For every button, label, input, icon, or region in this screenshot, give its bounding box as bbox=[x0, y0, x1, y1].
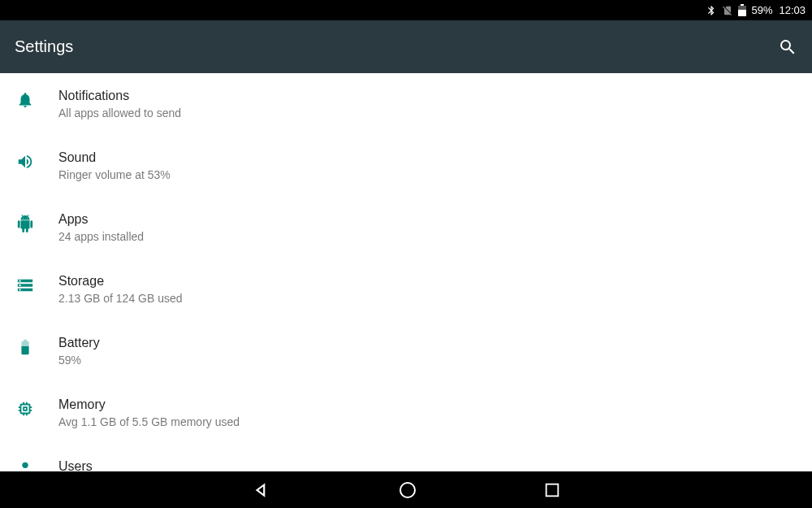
item-subtitle: Ringer volume at 53% bbox=[58, 167, 799, 183]
item-title: Apps bbox=[58, 211, 799, 228]
item-subtitle: Avg 1.1 GB of 5.5 GB memory used bbox=[58, 414, 799, 430]
svg-rect-2 bbox=[738, 10, 746, 16]
svg-point-4 bbox=[400, 483, 415, 497]
search-button[interactable] bbox=[778, 37, 797, 57]
settings-item-notifications[interactable]: Notifications All apps allowed to send bbox=[0, 73, 812, 135]
item-title: Memory bbox=[58, 396, 799, 414]
home-icon bbox=[398, 480, 417, 500]
settings-list[interactable]: Notifications All apps allowed to send S… bbox=[0, 73, 812, 471]
no-sim-icon bbox=[722, 5, 733, 16]
settings-item-sound[interactable]: Sound Ringer volume at 53% bbox=[0, 135, 812, 197]
battery-icon bbox=[738, 4, 746, 16]
settings-item-battery[interactable]: Battery 59% bbox=[0, 320, 812, 382]
item-title: Storage bbox=[58, 272, 799, 290]
item-subtitle: 24 apps installed bbox=[58, 228, 799, 245]
settings-item-users[interactable]: Users bbox=[0, 444, 812, 471]
svg-rect-0 bbox=[741, 4, 744, 6]
search-icon bbox=[778, 37, 797, 57]
back-icon bbox=[251, 480, 272, 501]
svg-point-3 bbox=[22, 462, 28, 468]
user-icon bbox=[15, 458, 58, 471]
volume-icon bbox=[15, 149, 58, 171]
item-title: Battery bbox=[58, 334, 799, 352]
settings-item-apps[interactable]: Apps 24 apps installed bbox=[0, 197, 812, 258]
item-title: Notifications bbox=[58, 87, 799, 105]
bluetooth-icon bbox=[706, 5, 717, 16]
settings-item-memory[interactable]: Memory Avg 1.1 GB of 5.5 GB memory used bbox=[0, 382, 812, 444]
nav-home-button[interactable] bbox=[398, 480, 417, 500]
navigation-bar bbox=[0, 471, 812, 508]
svg-rect-5 bbox=[546, 484, 559, 496]
bell-icon bbox=[15, 87, 58, 109]
item-title: Users bbox=[58, 458, 799, 471]
settings-item-storage[interactable]: Storage 2.13 GB of 124 GB used bbox=[0, 258, 812, 320]
item-title: Sound bbox=[58, 149, 799, 167]
clock: 12:03 bbox=[779, 4, 806, 16]
page-title: Settings bbox=[15, 37, 73, 56]
android-icon bbox=[15, 211, 58, 232]
status-bar: 59% 12:03 bbox=[0, 0, 812, 20]
item-subtitle: 59% bbox=[58, 352, 799, 368]
memory-icon bbox=[15, 396, 58, 418]
recent-icon bbox=[543, 481, 561, 499]
app-bar: Settings bbox=[0, 20, 812, 73]
item-subtitle: 2.13 GB of 124 GB used bbox=[58, 290, 799, 306]
battery-icon bbox=[15, 334, 58, 356]
battery-percent: 59% bbox=[751, 4, 772, 16]
item-subtitle: All apps allowed to send bbox=[58, 105, 799, 121]
nav-recent-button[interactable] bbox=[543, 481, 561, 499]
storage-icon bbox=[15, 272, 58, 294]
nav-back-button[interactable] bbox=[251, 480, 272, 501]
